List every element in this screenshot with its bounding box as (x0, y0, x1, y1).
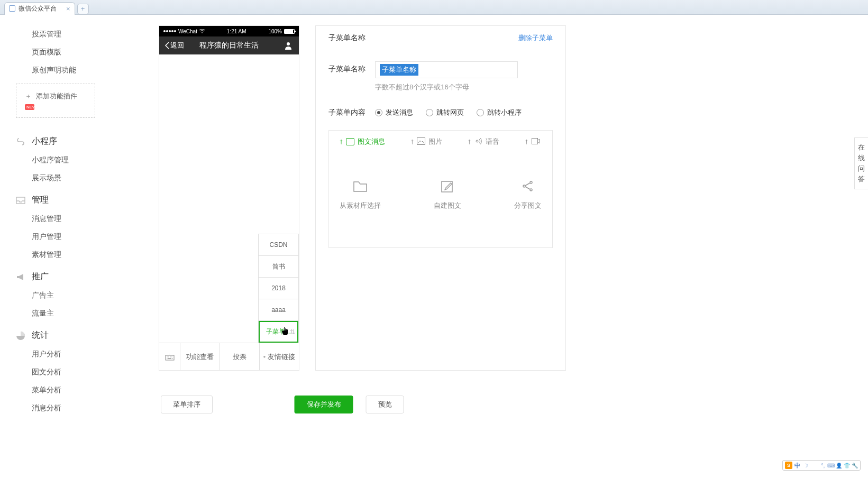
radio-goto-web[interactable]: 跳转网页 (426, 108, 464, 117)
svg-point-10 (172, 358, 172, 358)
preview-button[interactable]: 预览 (366, 396, 404, 413)
new-badge: NEW (25, 104, 34, 110)
svg-rect-12 (417, 137, 425, 144)
radio-icon (477, 109, 484, 116)
submenu-item-aaaa[interactable]: aaaa (259, 299, 298, 321)
sidebar-item-msg-manage[interactable]: 消息管理 (16, 210, 116, 228)
content-label: 子菜单内容 (328, 105, 367, 117)
tab-video[interactable]: † (525, 137, 540, 146)
action-share-article[interactable]: 分享图文 (514, 180, 542, 210)
svg-point-2 (287, 42, 290, 45)
sidebar-item-mp-scene[interactable]: 展示场景 (16, 169, 116, 187)
sort-handle-icon: ⇅ (290, 328, 295, 336)
sidebar-section-manage: 管理 (16, 187, 116, 210)
signal-icon (163, 30, 176, 32)
svg-point-4 (167, 356, 167, 357)
svg-rect-14 (532, 138, 537, 144)
action-from-library[interactable]: 从素材库选择 (340, 180, 381, 210)
miniprogram-icon (16, 137, 25, 146)
nav-item-function[interactable]: 功能查看 (180, 343, 220, 370)
svg-rect-9 (168, 358, 171, 358)
phone-header: 返回 程序猿的日常生活 (159, 36, 299, 54)
tab-image[interactable]: † 图片 (410, 137, 442, 146)
image-icon (417, 137, 425, 146)
edit-icon (440, 180, 455, 192)
video-icon (532, 138, 540, 146)
nav-item-links[interactable]: ● 友情链接 (260, 343, 299, 370)
battery-icon (284, 29, 295, 34)
radio-send-message[interactable]: 发送消息 (375, 108, 413, 117)
svg-point-17 (530, 181, 532, 183)
svg-rect-3 (166, 355, 174, 360)
online-qa-panel[interactable]: 在 线 问 答 (854, 137, 868, 189)
tab-add-button[interactable]: + (77, 4, 89, 14)
svg-point-11 (169, 353, 170, 354)
phone-title: 程序猿的日常生活 (199, 41, 259, 50)
sidebar-item-original-declare[interactable]: 原创声明功能 (16, 61, 116, 79)
tab-close-icon[interactable]: × (66, 5, 70, 13)
sidebar-item-mp-manage[interactable]: 小程序管理 (16, 151, 116, 169)
svg-point-8 (167, 358, 167, 358)
save-publish-button[interactable]: 保存并发布 (295, 396, 353, 413)
svg-point-1 (202, 32, 203, 33)
sidebar-item-traffic[interactable]: 流量主 (16, 305, 116, 323)
phone-body: CSDN 简书 2018 aaaa 子菜单… ⇅ (159, 54, 299, 343)
cursor-hand-icon (281, 327, 289, 337)
sidebar-item-article-analysis[interactable]: 图文分析 (16, 363, 116, 381)
submenu-item-jianshu[interactable]: 简书 (259, 256, 298, 278)
plus-icon: ＋ (25, 91, 32, 101)
phone-back-button[interactable]: 返回 (165, 41, 184, 50)
browser-tab-bar: 微信公众平台 × + (0, 0, 868, 15)
sidebar-item-vote-manage[interactable]: 投票管理 (16, 25, 116, 43)
submenu-name-input[interactable]: 子菜单名称 (375, 61, 518, 78)
sidebar-item-user-analysis[interactable]: 用户分析 (16, 345, 116, 363)
submenu-indicator-icon: ● (263, 354, 266, 359)
tab-article[interactable]: † 图文消息 (340, 137, 385, 146)
browser-tab[interactable]: 微信公众平台 × (4, 2, 75, 15)
sidebar-section-stats: 统计 (16, 323, 116, 345)
config-title: 子菜单名称 (328, 33, 366, 43)
name-label: 子菜单名称 (328, 61, 367, 74)
tab-title: 微信公众平台 (19, 4, 57, 13)
megaphone-icon (16, 272, 25, 282)
action-create-article[interactable]: 自建图文 (434, 180, 461, 210)
keyboard-icon[interactable] (159, 343, 180, 370)
phone-bottom-nav: 功能查看 投票 ● 友情链接 (159, 343, 299, 370)
folder-icon (353, 180, 368, 192)
sidebar-item-page-template[interactable]: 页面模版 (16, 43, 116, 61)
voice-icon (474, 137, 482, 146)
submenu-item-active[interactable]: 子菜单… ⇅ (259, 321, 298, 343)
chevron-left-icon (165, 42, 169, 49)
svg-point-16 (523, 185, 525, 187)
tab-voice[interactable]: † 语音 (468, 137, 499, 146)
sidebar-section-miniprogram: 小程序 (16, 128, 116, 151)
nav-item-vote[interactable]: 投票 (220, 343, 260, 370)
sidebar-item-menu-analysis[interactable]: 菜单分析 (16, 381, 116, 399)
svg-point-6 (170, 356, 170, 357)
delete-submenu-link[interactable]: 删除子菜单 (518, 33, 553, 43)
radio-goto-miniprogram[interactable]: 跳转小程序 (477, 108, 522, 117)
add-plugin-button[interactable]: ＋ 添加功能插件 NEW (16, 84, 95, 118)
content-type-box: † 图文消息 † 图片 † (328, 130, 553, 248)
sidebar-item-material-manage[interactable]: 素材管理 (16, 246, 116, 264)
sidebar-item-advertiser[interactable]: 广告主 (16, 287, 116, 305)
sidebar-section-promote: 推广 (16, 264, 116, 287)
sidebar: 投票管理 页面模版 原创声明功能 ＋ 添加功能插件 NEW 小程序 小程序管理 … (0, 15, 116, 417)
sidebar-item-msg-analysis[interactable]: 消息分析 (16, 399, 116, 417)
config-panel: 子菜单名称 删除子菜单 子菜单名称 子菜单名称 字数不超过8个汉字或16个字母 … (315, 25, 566, 371)
svg-point-13 (476, 140, 478, 142)
sort-menu-button[interactable]: 菜单排序 (161, 396, 213, 413)
svg-point-18 (530, 189, 532, 191)
phone-status-bar: WeChat 1:21 AM 100% (159, 26, 299, 36)
svg-point-7 (171, 356, 172, 357)
svg-point-5 (168, 356, 169, 357)
submenu-item-csdn[interactable]: CSDN (259, 234, 298, 256)
profile-icon[interactable] (284, 41, 293, 50)
tab-favicon-icon (9, 5, 15, 12)
piechart-icon (16, 331, 25, 341)
name-hint: 字数不超过8个汉字或16个字母 (375, 82, 553, 92)
radio-icon (426, 109, 433, 116)
submenu-item-2018[interactable]: 2018 (259, 278, 298, 299)
sidebar-item-user-manage[interactable]: 用户管理 (16, 228, 116, 246)
radio-icon (375, 109, 382, 116)
